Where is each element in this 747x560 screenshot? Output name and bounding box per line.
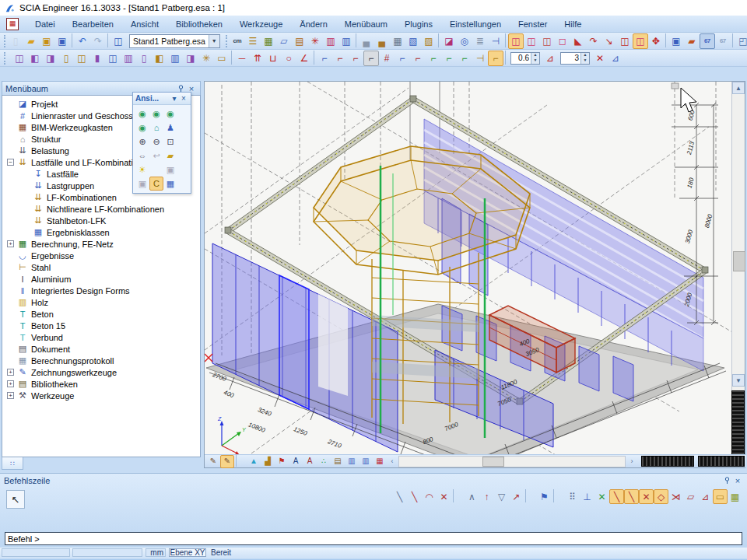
menu-item[interactable]: Fenster: [510, 17, 556, 31]
member-tool-icon-5[interactable]: ◣: [570, 33, 586, 49]
horizontal-scrollbar[interactable]: [398, 456, 626, 467]
close-icon[interactable]: ×: [732, 476, 743, 485]
nodes-icon[interactable]: ∴: [317, 455, 331, 468]
camera-icon-1[interactable]: ▣: [163, 163, 177, 177]
calculator-icon[interactable]: ▦: [390, 33, 405, 49]
grid-snap-icon[interactable]: ⠿: [565, 489, 580, 504]
tree-item-verbund[interactable]: T Verbund: [2, 331, 200, 343]
render-image-icon[interactable]: ▦: [261, 33, 276, 49]
toggle-67-icon[interactable]: 67: [700, 33, 715, 49]
scroll-left-icon[interactable]: ‹: [387, 456, 398, 467]
grid-table-icon[interactable]: ▦: [373, 455, 387, 468]
line-red-icon[interactable]: ─: [234, 51, 250, 66]
profile-icon-12[interactable]: ◨: [183, 51, 198, 66]
save-icon[interactable]: ▣: [54, 33, 70, 49]
activity-wheel-icon[interactable]: ✳: [307, 33, 323, 49]
zoom-all-icon[interactable]: ⇔: [135, 149, 149, 163]
scrollbar-thumb[interactable]: [482, 457, 504, 467]
chevron-down-icon[interactable]: ▾: [170, 94, 179, 103]
member-tool-icon-9[interactable]: ◫: [633, 33, 648, 49]
profile-icon-7[interactable]: ◫: [105, 51, 121, 66]
rail-blue-icon[interactable]: ▥: [338, 33, 354, 49]
profile-icon-14[interactable]: ▭: [214, 51, 230, 66]
view-x-icon[interactable]: ◉: [135, 107, 149, 121]
toolbar-separator[interactable]: [451, 489, 465, 502]
tree-item-nichtlineare[interactable]: ⇊ Nichtlineare LF-Kombinationen: [2, 203, 200, 215]
redo-icon[interactable]: ↷: [90, 33, 106, 49]
profile-icon-1[interactable]: ◫: [12, 51, 27, 66]
tree-item-design-forms[interactable]: ‖ Integriertes Design Forms: [2, 285, 200, 296]
document-icon[interactable]: ▧: [405, 33, 421, 49]
ortho-icon[interactable]: ⊥: [580, 489, 594, 504]
print-data-icon[interactable]: ▄: [374, 33, 390, 49]
view-y-icon[interactable]: ◉: [149, 107, 163, 121]
snap-angle-icon[interactable]: ⊿: [698, 489, 713, 504]
levels-icon[interactable]: ≣: [472, 33, 488, 49]
split-window-icon[interactable]: ◫: [110, 33, 126, 49]
tree-item-berechnung[interactable]: + ▦ Berechnung, FE-Netz: [2, 238, 200, 250]
snap-tangent-icon[interactable]: ↗: [509, 489, 524, 504]
snap-arc-icon[interactable]: ◠: [422, 489, 437, 504]
profile-icon-4[interactable]: ▯: [58, 51, 74, 66]
profile-icon-2[interactable]: ◧: [27, 51, 43, 66]
surface-icon[interactable]: ▲: [247, 455, 261, 468]
scroll-up-icon[interactable]: ▲: [732, 82, 745, 94]
haunch-icon-6[interactable]: ⌐: [395, 51, 410, 66]
toolbar-separator[interactable]: [234, 455, 247, 467]
flag-icon[interactable]: ⚑: [275, 455, 289, 468]
dimension-icon[interactable]: ⊣: [488, 33, 503, 49]
clipboard-icon[interactable]: ▤: [292, 33, 307, 49]
view-axonometric-icon[interactable]: ◉: [135, 121, 149, 135]
haunch-icon-10[interactable]: ⌐: [457, 51, 472, 66]
count-spinner[interactable]: 3 ▲▼: [560, 52, 590, 65]
walk-mode-icon[interactable]: ♟: [163, 121, 177, 135]
snap-number-icon[interactable]: ⊿: [608, 51, 623, 66]
tree-item-bibliotheken[interactable]: + ▤ Bibliotheken: [2, 378, 200, 390]
snap-triangle-icon[interactable]: ▽: [494, 489, 509, 504]
tree-item-ergebnisklassen[interactable]: ▦ Ergebnisklassen: [2, 226, 200, 238]
selection-icon[interactable]: ▱: [276, 33, 292, 49]
render-icon[interactable]: ⌂: [149, 121, 163, 135]
project-selector[interactable]: Stand1 Patberg.esa ▼: [129, 34, 220, 48]
member-tool-icon-3[interactable]: ◫: [539, 33, 555, 49]
tree-item-berechnungsprotokoll[interactable]: ▦ Berechnungsprotokoll: [2, 355, 200, 366]
toggle-67-off-icon[interactable]: 67: [715, 33, 731, 49]
cursor-flag-icon[interactable]: ⚑: [537, 489, 552, 504]
circle-red-icon[interactable]: ○: [281, 51, 296, 66]
vertical-grip-bar[interactable]: [731, 390, 745, 455]
render-wire-icon[interactable]: ✎: [220, 455, 234, 468]
import-folder-icon[interactable]: ▰: [684, 33, 700, 49]
member-tool-icon-4[interactable]: ◻: [555, 33, 570, 49]
document-view-icon[interactable]: ▤: [331, 455, 345, 468]
expander-icon[interactable]: −: [7, 159, 14, 166]
close-icon[interactable]: ×: [179, 94, 188, 103]
menu-item[interactable]: Einstellungen: [441, 17, 510, 31]
snap-endpoint-icon[interactable]: ╲: [407, 489, 422, 504]
haunch-icon-3[interactable]: ⌐: [348, 51, 363, 66]
scrollbar-thumb[interactable]: [733, 251, 745, 271]
save-all-icon[interactable]: ▣: [39, 33, 54, 49]
scroll-down-icon[interactable]: ▼: [732, 374, 745, 387]
print-icon[interactable]: ▄: [359, 33, 374, 49]
menu-item[interactable]: Menübaum: [336, 17, 396, 31]
view-toolbar-header[interactable]: Ansi... ▾ ×: [133, 93, 191, 105]
menu-item[interactable]: Plugins: [396, 17, 441, 31]
toolbar-separator[interactable]: [552, 489, 565, 502]
haunch-icon-8[interactable]: ⌐: [426, 51, 441, 66]
support-icon[interactable]: ⇈: [250, 51, 265, 66]
haunch-icon-2[interactable]: ⌐: [332, 51, 348, 66]
light-icon[interactable]: ☀: [135, 163, 149, 177]
profile-icon-11[interactable]: ▥: [167, 51, 183, 66]
menu-item[interactable]: Werkzeuge: [231, 17, 291, 31]
chevron-down-icon[interactable]: ▼: [209, 35, 219, 47]
expander-icon[interactable]: +: [7, 392, 14, 399]
snap-green-icon[interactable]: ✕: [594, 489, 609, 504]
tree-item-holz[interactable]: ▥ Holz: [2, 296, 200, 308]
open-project-icon[interactable]: ▰: [23, 33, 39, 49]
rail-red-icon[interactable]: ▥: [323, 33, 338, 49]
zoom-previous-icon[interactable]: ↩: [149, 149, 163, 163]
beam-labels-icon-2[interactable]: ▥: [359, 455, 373, 468]
window-copy-icon-1[interactable]: ◰: [735, 33, 747, 49]
member-tool-icon-8[interactable]: ◫: [617, 33, 633, 49]
toolbar-grip[interactable]: [226, 35, 227, 47]
